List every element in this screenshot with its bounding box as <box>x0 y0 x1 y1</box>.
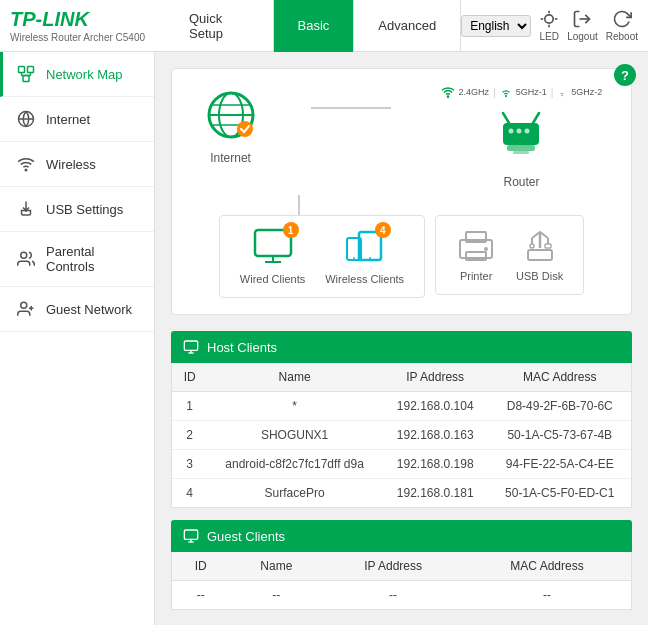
col-id: ID <box>172 363 207 392</box>
wired-badge: 1 <box>283 222 299 238</box>
logo-area: TP-LINK Wireless Router Archer C5400 <box>10 8 165 43</box>
table-row: -------- <box>172 581 631 610</box>
svg-rect-52 <box>528 250 552 260</box>
router-signals: 2.4GHz | 5GHz-1 | 5GHz-2 <box>441 85 603 99</box>
printer-label: Printer <box>460 270 492 282</box>
tab-quick-setup[interactable]: Quick Setup <box>165 0 274 52</box>
help-button[interactable]: ? <box>614 64 636 86</box>
main-container: Network Map Internet Wireless USB Settin… <box>0 52 648 625</box>
sidebar-item-internet[interactable]: Internet <box>0 97 154 142</box>
col-mac: MAC Address <box>488 363 631 392</box>
sidebar-item-guest[interactable]: Guest Network <box>0 287 154 332</box>
host-header-icon <box>183 339 199 355</box>
vertical-line <box>298 195 300 215</box>
sidebar: Network Map Internet Wireless USB Settin… <box>0 52 155 625</box>
svg-rect-51 <box>545 244 551 248</box>
host-clients-header: Host Clients <box>171 331 632 363</box>
tab-advanced[interactable]: Advanced <box>354 0 461 52</box>
guest-col-name: Name <box>230 552 324 581</box>
sidebar-label-parental: Parental Controls <box>46 244 138 274</box>
signal-5g2: 5GHz-2 <box>571 87 602 97</box>
guest-icon <box>16 299 36 319</box>
signal-5g1: 5GHz-1 <box>516 87 547 97</box>
sidebar-label-network-map: Network Map <box>46 67 123 82</box>
sidebar-label-internet: Internet <box>46 112 90 127</box>
guest-table-header-row: ID Name IP Address MAC Address <box>172 552 631 581</box>
sidebar-item-parental[interactable]: Parental Controls <box>0 232 154 287</box>
sidebar-item-usb[interactable]: USB Settings <box>0 187 154 232</box>
signal-24: 2.4GHz <box>459 87 490 97</box>
main-content: ? <box>155 52 648 625</box>
wireless-client-label: Wireless Clients <box>325 273 404 285</box>
guest-clients-title: Guest Clients <box>207 529 285 544</box>
svg-rect-56 <box>184 530 197 539</box>
printer-node: Printer <box>456 228 496 282</box>
header-right: English LED Logout Reboot <box>461 9 638 42</box>
sidebar-label-guest: Guest Network <box>46 302 132 317</box>
internet-label: Internet <box>210 151 251 165</box>
svg-point-0 <box>545 15 553 23</box>
guest-header-icon <box>183 528 199 544</box>
wired-client-node: 1 Wired Clients <box>240 228 305 285</box>
col-ip: IP Address <box>382 363 489 392</box>
table-row: 1*192.168.0.104D8-49-2F-6B-70-6C <box>172 392 631 421</box>
wired-client-label: Wired Clients <box>240 273 305 285</box>
network-map-panel: Internet 2.4GHz | 5GHz-1 | 5GHz- <box>171 68 632 315</box>
svg-point-26 <box>505 96 506 97</box>
logout-button[interactable]: Logout <box>567 9 598 42</box>
svg-rect-53 <box>184 341 197 350</box>
guest-col-id: ID <box>172 552 230 581</box>
vert-line-wrap <box>188 195 615 215</box>
sidebar-item-network-map[interactable]: Network Map <box>0 52 154 97</box>
connect-line <box>311 107 391 109</box>
svg-point-31 <box>509 129 514 134</box>
host-table-header-row: ID Name IP Address MAC Address <box>172 363 631 392</box>
wireless-icon-sidebar <box>16 154 36 174</box>
svg-rect-35 <box>513 151 529 154</box>
svg-rect-6 <box>19 67 25 73</box>
table-row: 3android-c8f2c7fc17dff d9a192.168.0.1989… <box>172 450 631 479</box>
internet-icon-large <box>201 85 261 145</box>
language-select[interactable]: English <box>461 15 531 37</box>
top-network-row: Internet 2.4GHz | 5GHz-1 | 5GHz- <box>188 85 615 189</box>
guest-clients-header: Guest Clients <box>171 520 632 552</box>
tab-basic[interactable]: Basic <box>274 0 355 52</box>
usb-disk-label: USB Disk <box>516 270 563 282</box>
guest-col-mac: MAC Address <box>463 552 631 581</box>
internet-node: Internet <box>201 85 261 165</box>
guest-col-ip: IP Address <box>323 552 463 581</box>
parental-icon <box>16 249 36 269</box>
sidebar-item-wireless[interactable]: Wireless <box>0 142 154 187</box>
svg-point-32 <box>517 129 522 134</box>
table-row: 4SurfacePro192.168.0.18150-1A-C5-F0-ED-C… <box>172 479 631 508</box>
internet-icon <box>16 109 36 129</box>
svg-point-27 <box>562 95 563 96</box>
host-clients-title: Host Clients <box>207 340 277 355</box>
wireless-badge: 4 <box>375 222 391 238</box>
guest-clients-table: ID Name IP Address MAC Address -------- <box>172 552 631 609</box>
svg-point-25 <box>447 96 448 97</box>
router-node: 2.4GHz | 5GHz-1 | 5GHz-2 <box>441 85 603 189</box>
reboot-button[interactable]: Reboot <box>606 9 638 42</box>
wired-icon-wrap: 1 <box>253 228 293 267</box>
clients-box: 1 Wired Clients <box>219 215 425 298</box>
wireless-client-node: 4 Wireless Clients <box>325 228 404 285</box>
devices-box: Printer U <box>435 215 584 295</box>
svg-rect-8 <box>23 76 29 82</box>
svg-point-24 <box>237 121 253 137</box>
svg-rect-7 <box>28 67 34 73</box>
svg-point-15 <box>21 252 27 258</box>
svg-point-46 <box>484 247 488 251</box>
svg-line-29 <box>533 113 539 123</box>
usb-icon <box>16 199 36 219</box>
table-row: 2SHOGUNX1192.168.0.16350-1A-C5-73-67-4B <box>172 421 631 450</box>
sidebar-label-wireless: Wireless <box>46 157 96 172</box>
nav-tabs: Quick Setup Basic Advanced <box>165 0 461 52</box>
wireless-icon-wrap: 4 <box>345 228 385 267</box>
guest-clients-section: Guest Clients ID Name IP Address MAC Add… <box>171 520 632 610</box>
clients-row: 1 Wired Clients <box>188 215 615 298</box>
led-button[interactable]: LED <box>539 9 559 42</box>
header: TP-LINK Wireless Router Archer C5400 Qui… <box>0 0 648 52</box>
network-map-icon <box>16 64 36 84</box>
brand-subtitle: Wireless Router Archer C5400 <box>10 32 165 43</box>
